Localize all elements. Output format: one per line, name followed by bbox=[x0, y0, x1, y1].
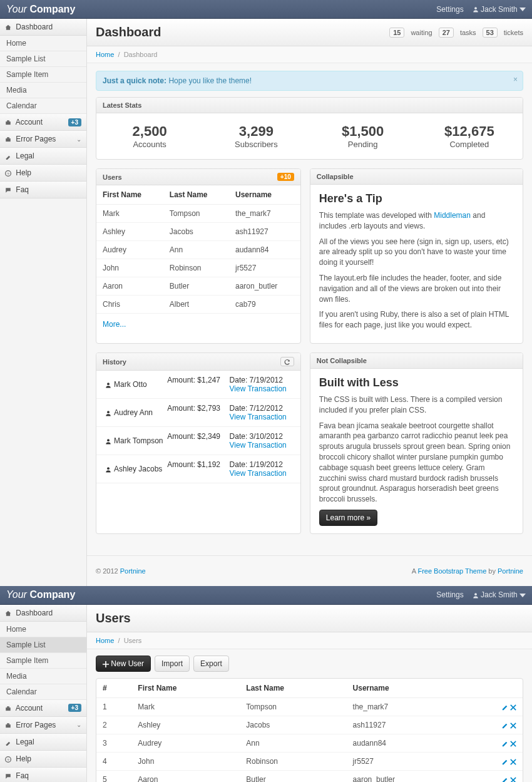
svg-rect-14 bbox=[6, 724, 11, 728]
nav-group-legal[interactable]: Legal bbox=[0, 734, 86, 751]
close-icon[interactable]: × bbox=[513, 75, 518, 84]
export-button[interactable]: Export bbox=[193, 656, 229, 672]
nav-group-label: Legal bbox=[16, 152, 34, 160]
import-button[interactable]: Import bbox=[155, 656, 190, 672]
nav-group-legal[interactable]: Legal bbox=[0, 148, 86, 165]
history-date: Date: 7/12/2012 bbox=[230, 404, 292, 413]
nav-group-account[interactable]: Account+3 bbox=[0, 700, 86, 717]
delete-icon[interactable] bbox=[510, 776, 516, 782]
brand[interactable]: Your Company bbox=[6, 589, 75, 600]
nav-badge: +3 bbox=[68, 704, 81, 712]
nav-item-home[interactable]: Home bbox=[0, 36, 86, 51]
nav-item-media[interactable]: Media bbox=[0, 669, 86, 684]
nav-group-error-pages[interactable]: Error Pages⌄ bbox=[0, 717, 86, 734]
middleman-link[interactable]: Middleman bbox=[434, 211, 471, 220]
delete-icon[interactable] bbox=[510, 721, 516, 729]
history-name: Ashley Jacobs bbox=[114, 465, 162, 473]
view-transaction-link[interactable]: View Transaction bbox=[230, 384, 287, 393]
edit-icon[interactable] bbox=[502, 739, 508, 747]
user-icon bbox=[473, 5, 479, 14]
brand[interactable]: Your Company bbox=[6, 4, 75, 15]
footer: © 2012 Portnine A Free Bootstrap Theme b… bbox=[87, 555, 532, 586]
help-icon: ? bbox=[5, 756, 11, 763]
view-transaction-link[interactable]: View Transaction bbox=[230, 441, 287, 450]
delete-icon[interactable] bbox=[510, 703, 516, 711]
legal-icon bbox=[5, 153, 11, 160]
nav-group-account[interactable]: Account+3 bbox=[0, 114, 86, 131]
tip-heading: Here's a Tip bbox=[319, 192, 514, 205]
crumb-current: Dashboard bbox=[124, 51, 158, 58]
stat-value: $12,675 bbox=[416, 123, 523, 140]
nav-group-label: Help bbox=[16, 168, 31, 177]
user-menu[interactable]: Jack Smith bbox=[473, 5, 526, 14]
history-amount: Amount: $2,349 bbox=[167, 432, 229, 450]
table-row: AaronButleraaron_butler bbox=[96, 277, 300, 296]
user-menu[interactable]: Jack Smith bbox=[473, 590, 526, 599]
nav-group-faq[interactable]: Faq bbox=[0, 182, 86, 198]
new-user-button[interactable]: New User bbox=[96, 656, 151, 672]
nav-badge: +3 bbox=[68, 118, 81, 126]
pill-label: tickets bbox=[504, 29, 523, 36]
home-icon bbox=[5, 610, 11, 617]
settings-link[interactable]: Settings bbox=[436, 5, 463, 14]
nav-item-home[interactable]: Home bbox=[0, 622, 86, 637]
history-date: Date: 3/10/2012 bbox=[230, 432, 292, 441]
users-badge: +10 bbox=[277, 173, 294, 181]
less-panel: Not Collapsible Built with Less The CSS … bbox=[310, 352, 523, 534]
nav-item-sample-item[interactable]: Sample Item bbox=[0, 653, 86, 669]
portnine-link-2[interactable]: Portnine bbox=[498, 567, 523, 575]
nav-item-sample-list[interactable]: Sample List bbox=[0, 637, 86, 653]
delete-icon[interactable] bbox=[510, 739, 516, 747]
history-name: Mark Otto bbox=[114, 380, 147, 389]
table-row: ChrisAlbertcab79 bbox=[96, 296, 300, 314]
view-transaction-link[interactable]: View Transaction bbox=[230, 469, 287, 478]
theme-link[interactable]: Free Bootstrap Theme bbox=[417, 567, 486, 575]
col-header: Username bbox=[229, 185, 300, 205]
nav-group-error-pages[interactable]: Error Pages⌄ bbox=[0, 131, 86, 148]
portnine-link[interactable]: Portnine bbox=[120, 567, 146, 575]
nav-item-media[interactable]: Media bbox=[0, 83, 86, 98]
sidebar: DashboardHomeSample ListSample ItemMedia… bbox=[0, 605, 87, 782]
crumb-home[interactable]: Home bbox=[96, 51, 114, 58]
nav-group-faq[interactable]: Faq bbox=[0, 768, 86, 782]
refresh-button[interactable] bbox=[280, 357, 294, 366]
edit-icon[interactable] bbox=[502, 721, 508, 729]
edit-icon[interactable] bbox=[502, 776, 508, 782]
panel-header[interactable]: Collapsible bbox=[310, 169, 523, 185]
more-link[interactable]: More... bbox=[103, 320, 126, 329]
nav-item-sample-list[interactable]: Sample List bbox=[0, 51, 86, 67]
edit-icon[interactable] bbox=[502, 758, 508, 765]
svg-rect-4 bbox=[7, 138, 9, 139]
edit-icon[interactable] bbox=[502, 703, 508, 711]
topbar: Your Company Settings Jack Smith bbox=[0, 0, 532, 19]
stat-label: Accounts bbox=[96, 140, 203, 149]
nav-group-dashboard[interactable]: Dashboard bbox=[0, 19, 86, 36]
nav-group-dashboard[interactable]: Dashboard bbox=[0, 605, 86, 622]
settings-link[interactable]: Settings bbox=[436, 590, 463, 599]
page-header: Dashboard 15waiting 27tasks 53tickets bbox=[87, 19, 532, 46]
crumb-current: Users bbox=[124, 637, 142, 644]
brief-icon bbox=[5, 722, 11, 729]
nav-item-sample-item[interactable]: Sample Item bbox=[0, 67, 86, 83]
view-transaction-link[interactable]: View Transaction bbox=[230, 413, 287, 421]
nav-group-help[interactable]: ? Help bbox=[0, 165, 86, 182]
stat-label: Pending bbox=[310, 140, 416, 149]
history-row: Mark Tompson Amount: $2,349 Date: 3/10/2… bbox=[96, 427, 300, 455]
history-date: Date: 1/19/2012 bbox=[230, 460, 292, 469]
svg-rect-13 bbox=[7, 707, 9, 708]
crumb-home[interactable]: Home bbox=[96, 637, 114, 644]
pill-label: waiting bbox=[411, 29, 432, 36]
nav-item-calendar[interactable]: Calendar bbox=[0, 684, 86, 700]
svg-point-11 bbox=[474, 594, 477, 596]
history-amount: Amount: $2,793 bbox=[167, 404, 229, 421]
nav-group-label: Help bbox=[16, 754, 31, 763]
delete-icon[interactable] bbox=[510, 758, 516, 765]
svg-point-9 bbox=[107, 439, 110, 441]
nav-item-calendar[interactable]: Calendar bbox=[0, 98, 86, 114]
col-header: Username bbox=[347, 679, 462, 698]
nav-group-help[interactable]: ? Help bbox=[0, 751, 86, 768]
nav-group-label: Error Pages bbox=[16, 135, 56, 143]
user-icon bbox=[105, 408, 111, 417]
learn-more-button[interactable]: Learn more » bbox=[319, 510, 377, 526]
brief-icon bbox=[5, 119, 11, 126]
